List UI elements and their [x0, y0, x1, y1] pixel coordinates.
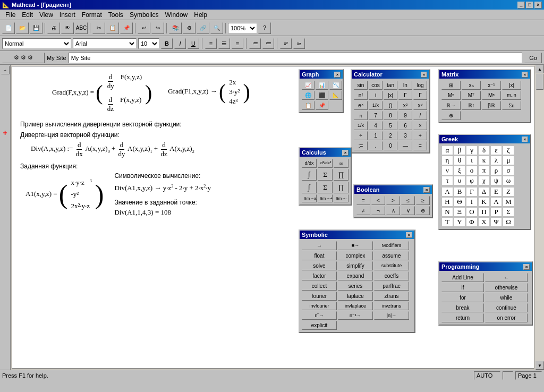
- print-btn[interactable]: 🖨: [47, 22, 60, 34]
- greek-beta[interactable]: β: [454, 146, 465, 155]
- greek-panel-title[interactable]: Greek ×: [439, 135, 530, 143]
- bool-le[interactable]: ≤: [401, 196, 415, 205]
- greek-theta[interactable]: θ: [454, 156, 465, 165]
- greek-alpha[interactable]: α: [441, 146, 453, 155]
- greek-Rho[interactable]: Ρ: [490, 207, 502, 217]
- greek-mu[interactable]: μ: [503, 156, 514, 165]
- calculus-panel-title[interactable]: Calculus ×: [300, 148, 351, 157]
- sym-invfourier[interactable]: invfourier: [302, 302, 337, 310]
- calc-sum3[interactable]: Σ: [318, 182, 333, 193]
- resource-btn[interactable]: 📚: [169, 22, 182, 34]
- superscript-btn[interactable]: x²: [280, 38, 292, 49]
- greek-Kappa[interactable]: Κ: [478, 197, 490, 207]
- calc-deriv2[interactable]: d²/dx²: [318, 159, 333, 168]
- open-btn[interactable]: 📂: [16, 22, 29, 34]
- bool-neq[interactable]: ≠: [356, 206, 370, 215]
- sym-parfrac[interactable]: parffrac: [374, 282, 409, 291]
- sym-modifiers[interactable]: Modifiers: [374, 241, 409, 250]
- calc-1[interactable]: 1: [369, 131, 382, 140]
- calc-9[interactable]: 9: [398, 111, 412, 120]
- font-select[interactable]: Arial: [73, 38, 137, 49]
- mat-prod[interactable]: ℝ↑: [462, 101, 481, 110]
- calc-log[interactable]: log: [413, 81, 427, 90]
- sym-nInv[interactable]: n⁻¹→: [338, 311, 373, 320]
- align-left-btn[interactable]: ≡: [205, 38, 217, 49]
- bool-or[interactable]: ∨: [401, 206, 415, 215]
- underline-btn[interactable]: U: [188, 38, 199, 49]
- url-input[interactable]: [69, 53, 523, 63]
- sym-fourier[interactable]: fourier: [302, 292, 337, 301]
- menu-help[interactable]: Help: [191, 10, 210, 20]
- prog-return[interactable]: return: [441, 313, 484, 322]
- greek-Beta[interactable]: Β: [454, 187, 465, 197]
- greek-nu[interactable]: ν: [441, 166, 453, 175]
- calc-sin[interactable]: sin: [354, 81, 368, 90]
- calc-ln[interactable]: ln: [398, 81, 412, 90]
- close-btn[interactable]: ×: [534, 2, 542, 8]
- calc-mul[interactable]: ×: [413, 121, 427, 130]
- calc-cos[interactable]: cos: [369, 81, 382, 90]
- matrix-close-btn[interactable]: ×: [522, 72, 528, 78]
- greek-chi[interactable]: χ: [478, 176, 490, 185]
- mat-sigma[interactable]: Σu: [502, 101, 521, 110]
- calc-5[interactable]: 5: [384, 121, 397, 130]
- mat-insert[interactable]: ⊞: [441, 81, 461, 90]
- scroll-thumb[interactable]: [536, 74, 543, 90]
- greek-Gamma[interactable]: Γ: [466, 187, 478, 197]
- calc-divop[interactable]: ÷: [354, 131, 368, 140]
- menu-view[interactable]: View: [36, 10, 56, 20]
- copy-btn[interactable]: 📋: [106, 22, 119, 34]
- sym-ztrans[interactable]: ztrans: [374, 292, 409, 301]
- programming-panel-title[interactable]: Programming ×: [439, 262, 532, 271]
- calc-add[interactable]: +: [413, 131, 427, 140]
- greek-xi[interactable]: ξ: [454, 166, 465, 175]
- greek-Phi[interactable]: Φ: [466, 217, 478, 227]
- size-select[interactable]: 10: [138, 38, 159, 49]
- greek-Lambda[interactable]: Λ: [490, 197, 502, 207]
- mat-inv[interactable]: x⁻¹: [482, 81, 501, 90]
- zoom-select[interactable]: 100%: [228, 23, 257, 33]
- preview-btn[interactable]: 👁: [61, 22, 74, 34]
- sym-complex[interactable]: complex: [338, 251, 373, 260]
- go-button[interactable]: Go: [524, 53, 542, 63]
- greek-upsilon[interactable]: υ: [454, 176, 465, 185]
- bool-not[interactable]: ¬: [371, 206, 385, 215]
- greek-Omicron[interactable]: Ο: [466, 207, 478, 217]
- prog-while[interactable]: while: [485, 293, 528, 302]
- bool-eq[interactable]: =: [356, 196, 370, 205]
- mat-trans[interactable]: Mᵀ: [462, 91, 481, 100]
- menu-window[interactable]: Window: [162, 10, 191, 20]
- calc-4[interactable]: 4: [369, 121, 382, 130]
- maximize-btn[interactable]: □: [526, 2, 533, 8]
- calc-tan[interactable]: tan: [384, 81, 397, 90]
- calc-lim1[interactable]: lim→a: [302, 194, 317, 202]
- symbolic-panel-title[interactable]: Symbolic ×: [300, 231, 414, 239]
- calc-prod3[interactable]: ∏: [334, 182, 348, 193]
- sym-solve[interactable]: solve: [302, 261, 337, 270]
- align-center-btn[interactable]: ☰: [218, 38, 230, 49]
- sym-coeffs[interactable]: coeffs: [374, 271, 409, 280]
- toolbar-icons-btn[interactable]: ⚙ ⚙ ⚙: [2, 53, 45, 63]
- menu-file[interactable]: File: [2, 10, 19, 20]
- prog-addline[interactable]: Add Line: [441, 273, 484, 282]
- calc-paren[interactable]: (): [384, 101, 397, 110]
- sym-nT[interactable]: nᵀ→: [302, 311, 337, 320]
- insert-link-btn[interactable]: 🔗: [197, 22, 209, 34]
- mat-range[interactable]: m..n: [502, 91, 521, 100]
- prog-break[interactable]: break: [441, 303, 484, 312]
- greek-Alpha[interactable]: Α: [441, 187, 453, 197]
- greek-Iota[interactable]: Ι: [466, 197, 478, 207]
- calc-gamma2[interactable]: Γ: [413, 91, 427, 100]
- greek-rho[interactable]: ρ: [490, 166, 502, 175]
- prog-continue[interactable]: continue: [485, 303, 528, 312]
- sym-expand[interactable]: expand: [338, 271, 373, 280]
- matrix-panel-title[interactable]: Matrix ×: [439, 70, 530, 79]
- greek-epsilon[interactable]: ε: [490, 146, 502, 155]
- graph-polar-btn[interactable]: 📊: [316, 81, 328, 90]
- cut-btn[interactable]: ✂: [92, 22, 105, 34]
- red-cross-marker[interactable]: +: [3, 129, 7, 137]
- calc-inv2[interactable]: 1/x: [354, 121, 368, 130]
- greek-Nu[interactable]: Ν: [441, 207, 453, 217]
- sym-collect[interactable]: collect: [302, 282, 337, 291]
- menu-symbolics[interactable]: Symbolics: [126, 10, 162, 20]
